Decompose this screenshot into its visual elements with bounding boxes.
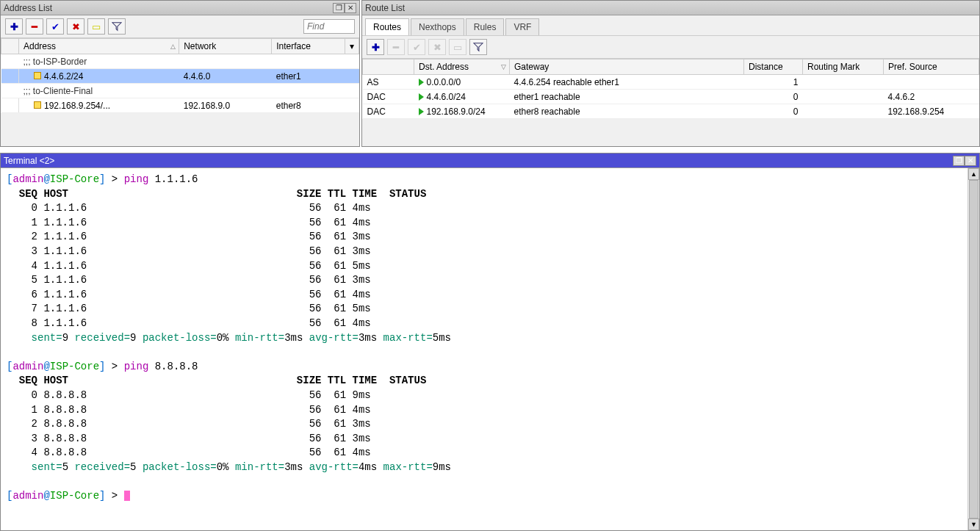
remove-button[interactable]: ━ (26, 18, 43, 35)
add-button[interactable]: ✚ (5, 18, 23, 35)
restore-button[interactable]: ❐ (333, 3, 345, 13)
col-distance[interactable]: Distance (744, 59, 803, 75)
col-num[interactable] (1, 39, 19, 54)
comment-button[interactable]: ▭ (449, 39, 466, 55)
col-routing-mark[interactable]: Routing Mark (803, 59, 884, 75)
address-list-window: Address List ❐ ✕ ✚ ━ ✔ ✖ ▭ Address△ Netw… (0, 0, 360, 147)
col-gateway[interactable]: Gateway (510, 59, 744, 75)
table-group[interactable]: ;;; to-Cliente-Final (1, 84, 359, 98)
terminal-titlebar[interactable]: Terminal <2> ❐ ✕ (1, 153, 979, 168)
col-network[interactable]: Network (179, 39, 272, 54)
table-row[interactable]: 192.168.9.254/...192.168.9.0ether8 (1, 98, 359, 113)
tab-vrf[interactable]: VRF (505, 18, 539, 35)
tab-nexthops[interactable]: Nexthops (411, 18, 464, 35)
route-toolbar: ✚ ━ ✔ ✖ ▭ (362, 36, 979, 59)
col-menu[interactable]: ▾ (345, 39, 359, 54)
disable-button[interactable]: ✖ (67, 18, 84, 35)
table-row[interactable]: 4.4.6.2/244.4.6.0ether1 (1, 69, 359, 84)
close-button[interactable]: ✕ (965, 156, 976, 166)
route-table: Dst. Address▽ Gateway Distance Routing M… (362, 59, 979, 119)
address-toolbar: ✚ ━ ✔ ✖ ▭ (1, 15, 359, 38)
table-group[interactable]: ;;; to-ISP-Border (1, 54, 359, 69)
route-active-icon (419, 79, 424, 86)
route-list-window: Route List RoutesNexthopsRulesVRF ✚ ━ ✔ … (361, 0, 980, 147)
col-pref-source[interactable]: Pref. Source (884, 59, 979, 75)
enable-button[interactable]: ✔ (46, 18, 64, 35)
funnel-icon (112, 21, 122, 32)
address-table: Address△ Network Interface ▾ ;;; to-ISP-… (1, 38, 359, 113)
comment-button[interactable]: ▭ (87, 18, 105, 35)
col-flags[interactable] (363, 59, 414, 75)
terminal-scrollbar[interactable]: ▲ ▼ (968, 168, 979, 530)
address-icon (34, 101, 41, 109)
route-tabs: RoutesNexthopsRulesVRF (362, 15, 979, 36)
address-list-title: Address List (4, 3, 333, 13)
tab-rules[interactable]: Rules (466, 18, 505, 35)
col-address[interactable]: Address△ (19, 39, 179, 54)
terminal-title: Terminal <2> (4, 156, 953, 166)
remove-button[interactable]: ━ (387, 39, 405, 55)
address-list-titlebar[interactable]: Address List ❐ ✕ (1, 1, 359, 15)
route-list-titlebar[interactable]: Route List (362, 1, 979, 15)
route-list-title: Route List (365, 3, 976, 13)
scroll-down-button[interactable]: ▼ (968, 519, 979, 530)
scroll-thumb[interactable] (969, 180, 979, 519)
find-input[interactable] (303, 19, 355, 34)
tab-routes[interactable]: Routes (365, 18, 409, 35)
terminal-body[interactable]: [admin@ISP-Core] > ping 1.1.1.6 SEQ HOST… (1, 168, 979, 530)
address-icon (34, 72, 41, 79)
col-interface[interactable]: Interface (272, 39, 345, 54)
terminal-cursor (124, 491, 130, 501)
route-active-icon (419, 93, 424, 101)
col-dst[interactable]: Dst. Address▽ (414, 59, 510, 75)
restore-button[interactable]: ❐ (953, 156, 965, 166)
enable-button[interactable]: ✔ (408, 39, 425, 55)
add-button[interactable]: ✚ (367, 39, 384, 55)
terminal-window: Terminal <2> ❐ ✕ [admin@ISP-Core] > ping… (0, 153, 980, 531)
table-row[interactable]: DAC192.168.9.0/24ether8 reachable0192.16… (363, 104, 979, 119)
filter-button[interactable] (469, 39, 487, 55)
close-button[interactable]: ✕ (345, 3, 356, 13)
table-row[interactable]: AS0.0.0.0/04.4.6.254 reachable ether11 (363, 75, 979, 90)
table-row[interactable]: DAC4.4.6.0/24ether1 reachable04.4.6.2 (363, 90, 979, 104)
filter-button[interactable] (108, 18, 126, 35)
scroll-up-button[interactable]: ▲ (968, 168, 979, 180)
route-active-icon (419, 108, 424, 115)
disable-button[interactable]: ✖ (428, 39, 446, 55)
funnel-icon (473, 42, 483, 52)
